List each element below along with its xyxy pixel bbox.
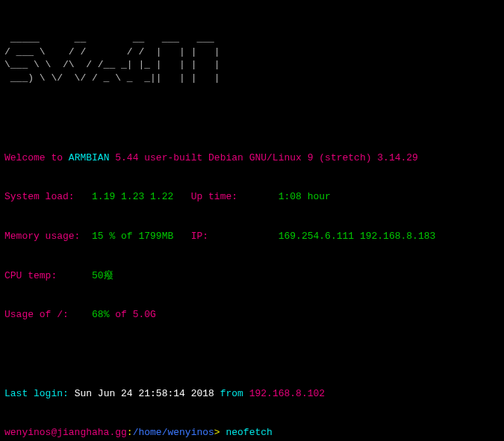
spacer xyxy=(4,348,500,361)
terminal[interactable]: _____ __ __ ___ ___ / ___ \ / / / / | | … xyxy=(0,0,504,441)
cpu-temp-value: 50癈 xyxy=(92,270,113,281)
system-load-value: 1.19 1.23 1.22 xyxy=(92,191,173,202)
prompt-line[interactable]: wenyinos@jianghaha.gg:/home/wenyinos> ne… xyxy=(4,426,500,440)
memory-usage-label: Memory usage: xyxy=(4,231,92,242)
system-load-label: System load: xyxy=(4,191,92,202)
command-text: neofetch xyxy=(225,427,272,438)
ip-label: IP: xyxy=(173,231,278,242)
ip-value: 169.254.6.111 192.168.8.183 xyxy=(279,231,436,242)
uptime-label: Up time: xyxy=(173,191,278,202)
system-load-line: System load: 1.19 1.23 1.22 Up time: 1:0… xyxy=(4,190,500,204)
disk-usage-total: of 5.0G xyxy=(109,309,155,320)
last-login-ip: 192.168.8.102 xyxy=(249,388,325,399)
disk-usage-line: Usage of /: 68% of 5.0G xyxy=(4,308,500,322)
prompt-userhost: wenyinos@jianghaha.gg xyxy=(4,427,127,438)
welcome-os-name: ARMBIAN xyxy=(69,152,110,163)
uptime-value: 1:08 hour xyxy=(279,191,331,202)
memory-usage-value: 15 % of 1799MB xyxy=(92,231,173,242)
prompt-path: /home/wenyinos xyxy=(133,427,214,438)
armbian-ascii-art: _____ __ __ ___ ___ / ___ \ / / / / | | … xyxy=(4,32,500,86)
prompt-sep2: > xyxy=(214,427,226,438)
last-login-time: Sun Jun 24 21:58:14 2018 xyxy=(75,388,214,399)
spacer xyxy=(4,112,500,125)
disk-usage-label: Usage of /: xyxy=(4,309,92,320)
last-login-line: Last login: Sun Jun 24 21:58:14 2018 fro… xyxy=(4,387,500,401)
cpu-temp-label: CPU temp: xyxy=(4,270,92,281)
welcome-line: Welcome to ARMBIAN 5.44 user-built Debia… xyxy=(4,151,500,165)
memory-usage-line: Memory usage: 15 % of 1799MB IP: 169.254… xyxy=(4,230,500,243)
last-login-from-label: from xyxy=(214,388,249,399)
disk-usage-pct: 68% xyxy=(92,309,109,320)
cpu-temp-line: CPU temp: 50癈 xyxy=(4,269,500,283)
welcome-prefix: Welcome to xyxy=(4,152,69,163)
prompt-sep1: : xyxy=(127,427,133,438)
welcome-os-detail: 5.44 user-built Debian GNU/Linux 9 (stre… xyxy=(109,152,417,163)
last-login-label: Last login: xyxy=(4,388,75,399)
